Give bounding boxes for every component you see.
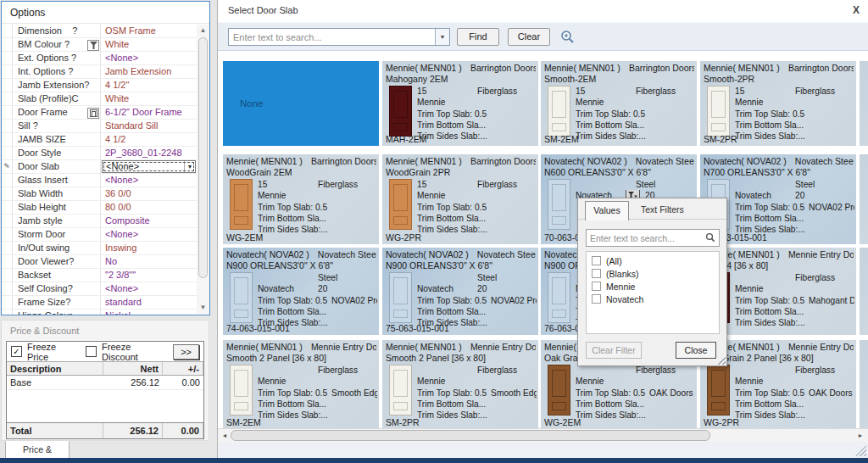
- door-slab-card-none[interactable]: None: [223, 61, 379, 146]
- option-row[interactable]: Door Viewer? No: [2, 255, 197, 269]
- clear-button[interactable]: Clear: [508, 28, 550, 46]
- zoom-icon[interactable]: [560, 30, 575, 46]
- option-value[interactable]: Jamb Extension: [101, 65, 197, 78]
- option-row[interactable]: Jamb style Composite: [2, 215, 197, 228]
- dialog-titlebar[interactable]: Select Door Slab X: [218, 0, 868, 22]
- expand-button[interactable]: >>: [173, 344, 199, 360]
- filter-value-item[interactable]: Mennie: [587, 280, 719, 293]
- checkbox[interactable]: [592, 256, 601, 265]
- scrollbar-thumb[interactable]: [231, 430, 710, 441]
- freeze-discount-checkbox[interactable]: [86, 346, 97, 357]
- checkbox[interactable]: [592, 294, 601, 304]
- funnel-icon[interactable]: [87, 40, 99, 51]
- combo-dropdown-arrow-icon[interactable]: ▼: [435, 29, 449, 45]
- option-value[interactable]: 80 0/0: [101, 201, 197, 214]
- filter-search-input[interactable]: [587, 233, 705, 243]
- row-gutter-pencil-icon: [2, 228, 13, 241]
- option-value[interactable]: 4 1/2: [101, 133, 197, 146]
- scroll-down-icon[interactable]: ▼: [197, 302, 209, 314]
- option-row[interactable]: In/Out swing Inswing: [2, 242, 197, 255]
- door-slab-card[interactable]: Mennie( MENN01 ) Mennie Entry Doors 20..…: [382, 340, 538, 428]
- checkbox[interactable]: [592, 282, 601, 291]
- option-row[interactable]: Slab Height 80 0/0: [2, 201, 197, 215]
- scroll-left-icon[interactable]: ◄: [219, 429, 231, 443]
- option-value[interactable]: Inswing: [101, 242, 197, 254]
- scroll-up-icon[interactable]: ▲: [197, 25, 209, 36]
- door-slab-card-partial[interactable]: [860, 248, 868, 335]
- filter-value-item[interactable]: (Blanks): [587, 267, 719, 280]
- tab-price-discount[interactable]: Price & Discount: [5, 441, 70, 459]
- door-frame-icon[interactable]: [87, 108, 99, 119]
- option-value[interactable]: 6-1/2" Door Frame: [101, 106, 197, 119]
- freeze-price-checkbox[interactable]: ✓: [11, 346, 22, 357]
- find-button[interactable]: Find: [457, 28, 499, 46]
- search-combo[interactable]: ▼: [228, 28, 450, 46]
- option-value[interactable]: <None>: [101, 52, 197, 64]
- options-vertical-scrollbar[interactable]: ▲ ▼: [197, 25, 209, 314]
- option-value[interactable]: White: [101, 92, 197, 105]
- option-value[interactable]: No: [101, 255, 197, 268]
- option-row[interactable]: Door Style 2P_3680_01-2248: [2, 147, 197, 160]
- option-value[interactable]: 4 1/2": [101, 79, 197, 92]
- option-row[interactable]: ✎ Door Slab <None> ▼: [2, 160, 197, 174]
- door-slab-card[interactable]: Mennie( MENN01 ) Barrington Doors02( M..…: [700, 61, 856, 146]
- door-slab-card[interactable]: Novatech( NOVA02 ) Novatech Steel Doors …: [382, 248, 538, 335]
- door-slab-card[interactable]: Mennie( MENN01 ) Barrington Doors02( M..…: [382, 154, 538, 244]
- option-row[interactable]: Backset "2 3/8"": [2, 269, 197, 282]
- checkbox[interactable]: [592, 269, 601, 278]
- tab-text-filters[interactable]: Text Filters: [641, 204, 684, 215]
- clear-filter-button[interactable]: Clear Filter: [586, 342, 642, 359]
- search-input[interactable]: [229, 29, 435, 45]
- option-value[interactable]: Standard Sill: [101, 120, 197, 132]
- scroll-right-icon[interactable]: ►: [854, 429, 866, 443]
- option-row[interactable]: Jamb Extension? 4 1/2": [2, 79, 197, 92]
- option-value[interactable]: OSM Frame: [101, 25, 197, 37]
- option-row[interactable]: Slab (Profile)C White: [2, 92, 197, 106]
- option-value[interactable]: White: [101, 38, 197, 51]
- door-slab-card-partial[interactable]: [860, 340, 868, 428]
- option-value[interactable]: <None>: [101, 228, 197, 241]
- option-value[interactable]: <None> ▼: [102, 160, 196, 173]
- option-row[interactable]: BM Colour ? White: [2, 38, 197, 52]
- option-row[interactable]: Storm Door <None>: [2, 228, 197, 242]
- option-row[interactable]: Int. Options ? Jamb Extension: [2, 65, 197, 79]
- option-value[interactable]: Composite: [101, 215, 197, 227]
- door-slab-card-partial[interactable]: [860, 61, 868, 146]
- door-slab-card[interactable]: Novatech( NOVA02 ) Novatech Steel Doors …: [223, 248, 379, 335]
- resize-grip[interactable]: [855, 445, 866, 456]
- price-table-row[interactable]: Base 256.12 0.00: [7, 376, 203, 390]
- horizontal-scrollbar[interactable]: ◄ ►: [218, 428, 868, 442]
- close-icon[interactable]: X: [853, 4, 860, 16]
- dropdown-arrow-icon[interactable]: ▼: [184, 161, 195, 172]
- option-value-text: No: [105, 255, 117, 268]
- door-slab-card-partial[interactable]: [860, 154, 868, 244]
- door-slab-card[interactable]: Mennie( MENN01 ) Barrington Doors02( M..…: [223, 154, 379, 244]
- option-row[interactable]: Glass Insert <None>: [2, 174, 197, 187]
- option-row[interactable]: Door Frame 6-1/2" Door Frame: [2, 106, 197, 120]
- option-row[interactable]: Ext. Options ? <None>: [2, 52, 197, 65]
- option-value[interactable]: <None>: [101, 174, 197, 187]
- option-value[interactable]: Nickel: [101, 310, 197, 315]
- filter-value-item[interactable]: (All): [587, 254, 719, 267]
- option-value[interactable]: <None>: [101, 282, 197, 295]
- option-row[interactable]: Sill ? Standard Sill: [2, 120, 197, 133]
- option-row[interactable]: Dimension ? OSM Frame: [2, 25, 197, 38]
- option-row[interactable]: Slab Width 36 0/0: [2, 187, 197, 201]
- option-value[interactable]: "2 3/8"": [101, 269, 197, 282]
- door-slab-card[interactable]: Mennie( MENN01 ) Barrington Doors02( M..…: [541, 61, 697, 146]
- option-value[interactable]: standard: [101, 296, 197, 309]
- option-row[interactable]: Frame Size? standard: [2, 296, 197, 310]
- filter-value-item[interactable]: Novatech: [587, 293, 719, 305]
- scrollbar-thumb[interactable]: [198, 37, 208, 278]
- filter-search-box[interactable]: [586, 229, 720, 247]
- popup-resize-grip[interactable]: [716, 355, 726, 365]
- door-slab-card[interactable]: Mennie( MENN01 ) Barrington Doors02( M..…: [382, 61, 538, 146]
- option-row[interactable]: Hinge Colour Nickel: [2, 310, 197, 315]
- door-slab-card[interactable]: Mennie( MENN01 ) Mennie Entry Doors 20..…: [223, 340, 379, 428]
- tab-values[interactable]: Values: [585, 201, 629, 220]
- option-row[interactable]: Self Closing? <None>: [2, 282, 197, 296]
- option-value[interactable]: 36 0/0: [101, 187, 197, 200]
- option-row[interactable]: JAMB SIZE 4 1/2: [2, 133, 197, 147]
- close-filter-button[interactable]: Close: [676, 342, 716, 359]
- option-value[interactable]: 2P_3680_01-2248: [101, 147, 197, 159]
